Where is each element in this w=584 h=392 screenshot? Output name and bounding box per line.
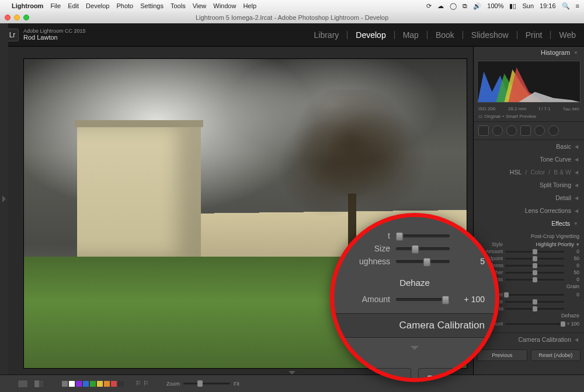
user-icon[interactable]: ◯: [450, 2, 457, 10]
vignette-slider-0[interactable]: Amount0: [478, 249, 579, 254]
menu-develop[interactable]: Develop: [86, 2, 109, 9]
swatch-6[interactable]: [104, 381, 110, 387]
before-after-icon[interactable]: [34, 380, 44, 388]
menu-edit[interactable]: Edit: [68, 2, 79, 9]
battery-text: 100%: [487, 2, 503, 9]
bottom-toolbar: ⚐ ⚐ Zoom Fit: [0, 374, 584, 392]
color-label-swatches: [62, 381, 124, 387]
reset-button[interactable]: Reset (Adobe): [531, 349, 581, 361]
brand-block: Adobe Lightroom CC 2015 Rod Lawton: [23, 29, 86, 41]
vignette-slider-1[interactable]: Midpoint50: [478, 256, 579, 261]
brush-tool-icon[interactable]: [548, 125, 559, 136]
swatch-0[interactable]: [62, 381, 68, 387]
radial-tool-icon[interactable]: [534, 125, 545, 136]
panel-tone-curve[interactable]: Tone Curve◀: [474, 153, 584, 166]
callout-magnifier: tSizeughness5 Dehaze Amount + 100 Camera…: [330, 213, 499, 382]
window-titlebar: Lightroom 5 Iomega-2.lrcat - Adobe Photo…: [0, 12, 584, 23]
zoom-control[interactable]: Zoom Fit: [166, 381, 239, 387]
menu-window[interactable]: Window: [213, 2, 236, 9]
histogram-svg: [478, 61, 580, 102]
spotlight-icon[interactable]: 🔍: [562, 2, 570, 10]
photo-building: [77, 127, 201, 257]
menu-view[interactable]: View: [193, 2, 207, 9]
spot-tool-icon[interactable]: [492, 125, 503, 136]
clock-time[interactable]: 19:16: [540, 2, 556, 9]
module-develop[interactable]: Develop: [353, 29, 388, 41]
callout-grain-slider-2[interactable]: ughness5: [345, 257, 485, 266]
wifi-icon[interactable]: ⧉: [463, 2, 467, 10]
tool-strip: [474, 122, 584, 140]
battery-icon[interactable]: ▮▯: [509, 2, 516, 10]
callout-collapse[interactable]: [345, 342, 485, 352]
module-slideshow[interactable]: Slideshow: [469, 29, 511, 41]
callout-grain-slider-0[interactable]: t: [345, 231, 485, 240]
module-map[interactable]: Map: [401, 29, 421, 41]
histogram-header[interactable]: Histogram▼: [474, 47, 584, 58]
menu-app[interactable]: Lightroom: [12, 2, 43, 9]
callout-camera-calibration[interactable]: Camera Calibration: [334, 313, 495, 338]
callout-grain-slider-1[interactable]: Size: [345, 244, 485, 253]
histogram[interactable]: [477, 61, 580, 103]
traffic-lights: [5, 15, 29, 20]
module-web[interactable]: Web: [557, 29, 578, 41]
sync-icon[interactable]: ⟳: [426, 2, 432, 10]
cloud-icon[interactable]: ☁: [437, 2, 444, 10]
vignette-title: Post-Crop Vignetting: [478, 233, 579, 239]
callout-dehaze-slider[interactable]: Amount + 100: [345, 295, 485, 304]
module-book[interactable]: Book: [433, 29, 457, 41]
volume-icon[interactable]: 🔊: [473, 2, 481, 10]
flag-controls[interactable]: ⚐ ⚐: [135, 380, 149, 387]
menu-help[interactable]: Help: [243, 2, 256, 9]
swatch-7[interactable]: [111, 381, 117, 387]
swatch-2[interactable]: [76, 381, 82, 387]
redeye-tool-icon[interactable]: [506, 125, 517, 136]
module-library[interactable]: Library: [312, 29, 342, 41]
panel-lens-corrections[interactable]: Lens Corrections◀: [474, 204, 584, 217]
callout-dehaze-title: Dehaze: [345, 278, 485, 288]
crop-tool-icon[interactable]: [478, 125, 489, 136]
menu-settings[interactable]: Settings: [140, 2, 164, 9]
swatch-8[interactable]: [118, 381, 124, 387]
swatch-3[interactable]: [83, 381, 89, 387]
swatch-5[interactable]: [97, 381, 103, 387]
histogram-sub: ▭ Original + Smart Preview: [474, 114, 584, 121]
panel-effects-header[interactable]: Effects▼: [474, 217, 584, 230]
histogram-info: ISO 20028.2 mmf / 7.1¹⁄₄₂₀ sec: [474, 105, 584, 114]
menu-file[interactable]: File: [50, 2, 61, 9]
menu-photo[interactable]: Photo: [116, 2, 133, 9]
chevron-down-icon: [411, 346, 419, 350]
main-area: Histogram▼ ISO 20028.2 mmf / 7.1¹⁄₄₂₀ se…: [0, 47, 584, 374]
swatch-4[interactable]: [90, 381, 96, 387]
mac-menubar: Lightroom File Edit Develop Photo Settin…: [0, 0, 584, 12]
panel-basic[interactable]: Basic◀: [474, 140, 584, 153]
clock-day[interactable]: Sun: [522, 2, 534, 9]
minimize-button[interactable]: [14, 15, 20, 20]
swatch-1[interactable]: [69, 381, 75, 387]
panel-buttons: Previous Reset (Adobe): [474, 346, 584, 365]
chevron-down-icon: ▼: [573, 50, 578, 55]
vignette-style[interactable]: Style Highlight Priority ▾: [478, 242, 579, 247]
menu-icon[interactable]: ≡: [576, 2, 579, 9]
panel-split-toning[interactable]: Split Toning◀: [474, 178, 584, 191]
previous-button[interactable]: Previous: [477, 349, 527, 361]
module-picker: Library Develop Map Book Slideshow Print…: [312, 29, 579, 41]
panel-hsl[interactable]: HSL/ Color/ B & W◀: [474, 166, 584, 178]
app-header: Lr Adobe Lightroom CC 2015 Rod Lawton Li…: [0, 23, 584, 47]
close-button[interactable]: [5, 15, 11, 20]
user-name: Rod Lawton: [23, 34, 86, 41]
gradient-tool-icon[interactable]: [520, 125, 531, 136]
zoom-button[interactable]: [23, 15, 29, 20]
product-name: Adobe Lightroom CC 2015: [23, 29, 86, 34]
menu-tools[interactable]: Tools: [171, 2, 186, 9]
module-print[interactable]: Print: [523, 29, 545, 41]
window-title: Lightroom 5 Iomega-2.lrcat - Adobe Photo…: [196, 14, 388, 21]
loupe-view-icon[interactable]: [18, 380, 28, 388]
panel-detail[interactable]: Detail◀: [474, 191, 584, 204]
